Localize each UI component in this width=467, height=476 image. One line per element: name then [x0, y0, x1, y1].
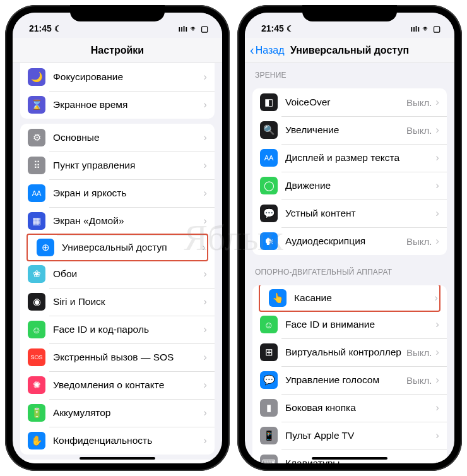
- row-spoken[interactable]: 💬Устный контент›: [252, 199, 447, 227]
- back-button[interactable]: ‹ Назад: [250, 43, 285, 57]
- page-title: Настройки: [91, 45, 144, 56]
- chevron-right-icon: ›: [203, 71, 207, 83]
- row-homescreen-icon: ▦: [28, 212, 45, 230]
- row-sidebutton[interactable]: ▮Боковая кнопка›: [252, 394, 447, 422]
- row-label: Конфиденциальность: [53, 435, 203, 446]
- row-label: Виртуальный контроллер: [285, 347, 406, 358]
- row-battery-icon: 🔋: [28, 404, 45, 422]
- row-focus[interactable]: 🌙Фокусирование›: [20, 63, 215, 91]
- wifi-icon: ᯤ: [190, 24, 198, 33]
- dnd-icon: ☾: [287, 24, 294, 33]
- row-homescreen[interactable]: ▦Экран «Домой»›: [20, 207, 215, 235]
- row-appletv[interactable]: 📱Пульт Apple TV›: [252, 422, 447, 449]
- row-faceid-attn[interactable]: ☺Face ID и внимание›: [252, 311, 447, 338]
- row-controlcenter[interactable]: ⠿Пункт управления›: [20, 152, 215, 179]
- row-siri-icon: ◉: [28, 293, 45, 311]
- row-label: Фокусирование: [53, 71, 203, 83]
- chevron-right-icon: ›: [203, 379, 207, 391]
- row-touch-icon: 👆: [269, 289, 287, 307]
- home-indicator[interactable]: [80, 457, 155, 460]
- home-indicator[interactable]: [312, 457, 387, 460]
- row-general[interactable]: ⚙Основные›: [20, 124, 215, 152]
- row-accessibility[interactable]: ⊕Универсальный доступ›: [27, 234, 208, 261]
- chevron-right-icon: ›: [435, 152, 439, 164]
- row-label: Экстренный вызов — SOS: [53, 352, 203, 363]
- battery-icon: ▢: [433, 24, 440, 33]
- row-label: Пульт Apple TV: [285, 430, 435, 441]
- row-siri[interactable]: ◉Siri и Поиск›: [20, 288, 215, 316]
- row-label: Боковая кнопка: [285, 402, 435, 414]
- chevron-right-icon: ›: [435, 207, 439, 220]
- row-label: Универсальный доступ: [62, 242, 202, 253]
- row-label: Экранное время: [53, 99, 203, 110]
- row-label: Касание: [294, 292, 434, 304]
- chevron-right-icon: ›: [203, 187, 207, 199]
- row-label: Дисплей и размер текста: [285, 152, 435, 164]
- row-label: Уведомления о контакте: [53, 379, 203, 391]
- row-touch[interactable]: 👆Касание›: [259, 285, 440, 312]
- chevron-right-icon: ›: [435, 402, 439, 414]
- row-value: Выкл.: [406, 375, 432, 386]
- row-keyboards-icon: ⌨: [260, 455, 278, 463]
- row-sos[interactable]: SOSЭкстренный вызов — SOS›: [20, 343, 215, 371]
- row-wallpaper-icon: ❀: [28, 265, 45, 283]
- phone-right: 21:45 ☾ ıılı ᯤ ▢ ‹ Назад Универсальный д…: [237, 5, 462, 471]
- row-label: Аккумулятор: [53, 407, 203, 419]
- row-label: Face ID и внимание: [285, 319, 435, 330]
- row-exposure[interactable]: ✺Уведомления о контакте›: [20, 371, 215, 399]
- row-displaytext[interactable]: AAДисплей и размер текста›: [252, 144, 447, 172]
- row-display[interactable]: AAЭкран и яркость›: [20, 179, 215, 207]
- chevron-right-icon: ›: [203, 407, 207, 419]
- row-accessibility-icon: ⊕: [37, 239, 54, 256]
- row-label: Увеличение: [285, 124, 406, 136]
- page-title: Универсальный доступ: [290, 45, 409, 56]
- row-label: Экран и яркость: [53, 187, 203, 199]
- chevron-right-icon: ›: [203, 159, 207, 172]
- row-privacy[interactable]: ✋Конфиденциальность›: [20, 427, 215, 455]
- row-value: Выкл.: [406, 347, 432, 358]
- settings-group: AApp Store›▬Wallet и Apple Pay›: [20, 460, 215, 463]
- row-label: Face ID и код-пароль: [53, 324, 203, 335]
- row-voiceover[interactable]: ◧VoiceOverВыкл.›: [252, 88, 447, 116]
- row-audiodesc[interactable]: 🗣АудиодескрипцияВыкл.›: [252, 227, 447, 255]
- row-battery[interactable]: 🔋Аккумулятор›: [20, 399, 215, 427]
- screen-left: 21:45 ☾ ıılı ᯤ ▢ Настройки 🌙Фокусировани…: [13, 13, 222, 463]
- row-label: Основные: [53, 132, 203, 143]
- row-label: Аудиодескрипция: [285, 235, 406, 247]
- chevron-right-icon: ›: [435, 457, 439, 463]
- row-voicecontrol[interactable]: 💬Управление голосомВыкл.›: [252, 366, 447, 394]
- chevron-right-icon: ›: [435, 318, 439, 331]
- row-wallpaper[interactable]: ❀Обои›: [20, 260, 215, 288]
- row-label: Siri и Поиск: [53, 296, 203, 307]
- battery-icon: ▢: [201, 24, 208, 33]
- row-focus-icon: 🌙: [28, 68, 45, 86]
- status-time: 21:45: [261, 23, 284, 33]
- row-general-icon: ⚙: [28, 129, 45, 146]
- notch: [70, 5, 165, 21]
- row-switchcontrol[interactable]: ⊞Виртуальный контроллерВыкл.›: [252, 338, 447, 366]
- row-value: Выкл.: [406, 125, 432, 136]
- row-spoken-icon: 💬: [260, 205, 278, 222]
- row-voicecontrol-icon: 💬: [260, 371, 278, 389]
- row-motion-icon: ◯: [260, 177, 278, 194]
- section-header: ОПОРНО-ДВИГАТЕЛЬНЫЙ АППАРАТ: [245, 260, 454, 280]
- row-zoom[interactable]: 🔍УвеличениеВыкл.›: [252, 116, 447, 144]
- row-faceid[interactable]: ☺Face ID и код-пароль›: [20, 316, 215, 343]
- chevron-right-icon: ›: [203, 268, 207, 280]
- row-appstore[interactable]: AApp Store›: [20, 460, 215, 463]
- row-screentime[interactable]: ⌛Экранное время›: [20, 91, 215, 119]
- chevron-right-icon: ›: [435, 235, 439, 247]
- row-motion[interactable]: ◯Движение›: [252, 172, 447, 199]
- row-keyboards[interactable]: ⌨Клавиатуры›: [252, 449, 447, 463]
- notch: [302, 5, 397, 21]
- row-value: Выкл.: [406, 97, 432, 108]
- chevron-right-icon: ›: [435, 179, 439, 192]
- row-sidebutton-icon: ▮: [260, 399, 278, 417]
- row-label: Экран «Домой»: [53, 215, 203, 227]
- settings-group: 🌙Фокусирование›⌛Экранное время›: [20, 63, 215, 119]
- settings-list[interactable]: 🌙Фокусирование›⌛Экранное время›⚙Основные…: [13, 63, 222, 463]
- row-sos-icon: SOS: [28, 348, 45, 366]
- row-appletv-icon: 📱: [260, 427, 278, 444]
- row-label: VoiceOver: [285, 97, 406, 108]
- accessibility-list[interactable]: ЗРЕНИЕ◧VoiceOverВыкл.›🔍УвеличениеВыкл.›A…: [245, 63, 454, 463]
